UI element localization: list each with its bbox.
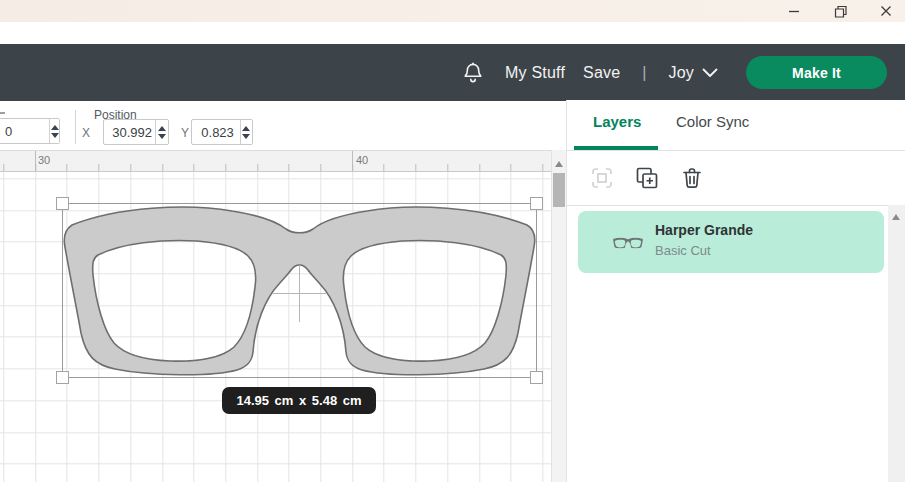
ruler-major-tick xyxy=(35,151,36,171)
selection-center-crosshair-horizontal xyxy=(272,293,327,294)
select-icon xyxy=(590,166,614,190)
minimize-icon xyxy=(788,5,800,17)
chevron-down-icon xyxy=(702,68,718,78)
make-it-button[interactable]: Make It xyxy=(746,56,887,89)
position-y-stepper[interactable] xyxy=(240,120,252,144)
size-tooltip: 14.95 cm x 5.48 cm xyxy=(222,387,376,414)
horizontal-ruler: 30 40 xyxy=(0,150,551,172)
canvas-column: 30 40 14.95 cm x 5.48 cm xyxy=(0,150,566,482)
layer-tools-row xyxy=(567,150,905,206)
layers-panel: Layers Color Sync xyxy=(566,100,905,482)
stepper-up-icon xyxy=(158,126,166,131)
ruler-label-40: 40 xyxy=(356,154,368,166)
layer-list: Harper Grande Basic Cut xyxy=(567,205,888,482)
layer-subtitle: Basic Cut xyxy=(655,243,711,258)
my-stuff-button[interactable]: My Stuff xyxy=(505,64,565,82)
save-button[interactable]: Save xyxy=(583,64,620,82)
toolbar-divider xyxy=(75,110,76,144)
titlebar-background xyxy=(0,0,905,22)
clipped-value-input[interactable] xyxy=(0,119,49,143)
duplicate-button[interactable] xyxy=(634,165,660,191)
stepper-up-icon xyxy=(242,126,250,131)
glasses-icon xyxy=(613,237,643,249)
position-y-field xyxy=(191,119,253,145)
layer-title: Harper Grande xyxy=(655,222,753,238)
restore-icon xyxy=(834,5,847,18)
edit-toolbar: Position X Y xyxy=(0,101,566,150)
ruler-major-tick xyxy=(352,151,353,171)
notifications-button[interactable] xyxy=(461,60,485,86)
machine-name: Joy xyxy=(669,64,695,82)
restore-button[interactable] xyxy=(829,1,851,21)
layer-item-harper-grande[interactable]: Harper Grande Basic Cut xyxy=(578,211,884,273)
trash-icon xyxy=(680,166,704,190)
stepper-down-icon xyxy=(242,134,250,139)
tab-color-sync[interactable]: Color Sync xyxy=(676,113,749,130)
close-button[interactable] xyxy=(875,1,897,21)
titlebar-lower-strip xyxy=(0,22,905,44)
position-x-stepper[interactable] xyxy=(155,120,168,144)
scrollbar-up-arrow-icon[interactable] xyxy=(555,161,563,167)
canvas-scrollbar[interactable] xyxy=(551,150,566,482)
design-canvas[interactable]: 14.95 cm x 5.48 cm xyxy=(0,172,551,482)
select-all-button[interactable] xyxy=(589,165,615,191)
panel-scrollbar[interactable] xyxy=(888,205,905,482)
stepper-down-icon xyxy=(51,133,59,138)
position-x-field xyxy=(103,119,169,145)
delete-button[interactable] xyxy=(679,165,705,191)
panel-tabs: Layers Color Sync xyxy=(567,100,905,151)
position-x-label: X xyxy=(82,126,90,140)
scrollbar-up-arrow-icon[interactable] xyxy=(892,214,900,220)
canvas-scrollbar-thumb[interactable] xyxy=(553,173,565,207)
position-x-input[interactable] xyxy=(104,120,155,144)
machine-selector[interactable]: Joy xyxy=(669,64,719,82)
position-y-label: Y xyxy=(181,126,189,140)
header-actions: My Stuff Save | Joy Make It xyxy=(461,44,887,101)
window-titlebar xyxy=(0,0,905,44)
window-controls xyxy=(783,0,897,22)
app-header: My Stuff Save | Joy Make It xyxy=(0,44,905,101)
tab-layers[interactable]: Layers xyxy=(593,113,641,130)
stepper-down-icon xyxy=(158,134,166,139)
header-divider: | xyxy=(638,64,650,82)
ruler-label-30: 30 xyxy=(38,154,50,166)
position-y-input[interactable] xyxy=(192,120,240,144)
clipped-value-stepper[interactable] xyxy=(49,119,59,143)
stepper-up-icon xyxy=(51,125,59,130)
minimize-button[interactable] xyxy=(783,1,805,21)
duplicate-icon xyxy=(635,166,659,190)
close-icon xyxy=(880,5,892,17)
clipped-label-fragment xyxy=(0,112,5,114)
clipped-value-field xyxy=(0,118,60,144)
bell-icon xyxy=(461,60,485,86)
